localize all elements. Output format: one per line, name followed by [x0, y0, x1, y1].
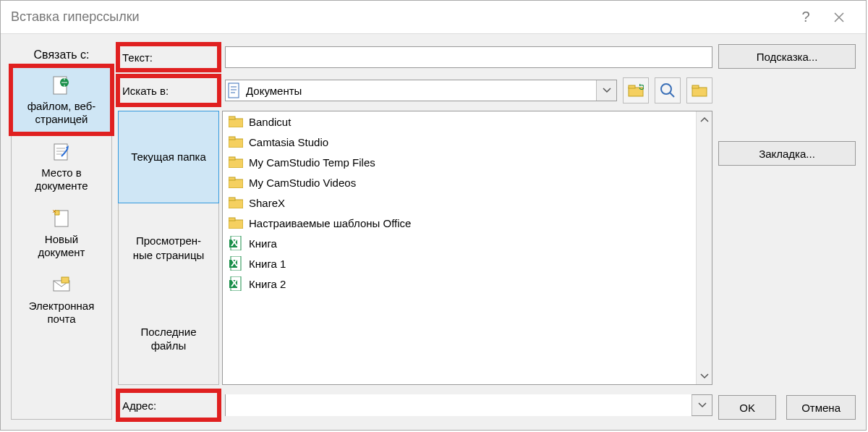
address-dropdown[interactable]	[692, 395, 712, 415]
linkto-file-label2: страницей	[35, 113, 88, 126]
lookin-value: Документы	[243, 85, 596, 97]
address-label-text: Адрес:	[122, 399, 156, 412]
svg-text:X: X	[231, 276, 238, 289]
address-combo[interactable]	[225, 394, 712, 416]
linkto-new-doc[interactable]: Новый документ	[12, 200, 111, 266]
main-panel: Текст: Искать в: Документы	[118, 44, 712, 420]
ok-button[interactable]: OK	[718, 395, 776, 420]
svg-rect-20	[229, 179, 243, 188]
linkto-email-label2: почта	[48, 313, 76, 326]
linkto-email[interactable]: Электронная почта	[12, 266, 111, 333]
linkto-file-label1: файлом, веб-	[27, 100, 96, 113]
file-name: My CamStudio Temp Files	[249, 156, 375, 169]
tab-browsed-pages[interactable]: Просмотрен- ные страницы	[119, 203, 218, 294]
help-button[interactable]: ?	[789, 1, 822, 34]
file-name: Книга 2	[249, 278, 286, 290]
svg-rect-21	[229, 177, 235, 180]
file-item[interactable]: ShareX	[223, 192, 696, 213]
file-item[interactable]: XКнига	[223, 233, 696, 253]
scroll-up[interactable]	[697, 111, 712, 127]
right-panel: Подсказка... Закладка... OK Отмена	[718, 44, 856, 420]
svg-rect-23	[229, 198, 235, 200]
file-item[interactable]: Настраиваемые шаблоны Office	[223, 213, 696, 233]
chevron-down-icon	[698, 402, 707, 408]
excel-icon: X	[229, 236, 243, 250]
scrollbar[interactable]	[696, 111, 712, 384]
cancel-button[interactable]: Отмена	[786, 395, 856, 420]
svg-rect-12	[692, 88, 707, 96]
excel-icon: X	[229, 276, 243, 291]
file-item[interactable]: My CamStudio Temp Files	[223, 152, 696, 172]
svg-rect-18	[229, 159, 243, 168]
close-icon	[834, 12, 844, 22]
folder-icon	[229, 135, 243, 149]
address-input[interactable]	[226, 394, 692, 416]
linkto-place-label2: документе	[35, 179, 88, 192]
browse-file-button[interactable]	[686, 77, 712, 103]
text-input[interactable]	[225, 46, 712, 68]
file-item[interactable]: My CamStudio Videos	[223, 172, 696, 192]
linkto-new-label1: Новый	[45, 233, 78, 246]
document-icon	[226, 82, 243, 98]
file-name: My CamStudio Videos	[249, 177, 356, 189]
close-button[interactable]	[822, 1, 856, 34]
svg-rect-13	[692, 85, 699, 88]
dialog-title: Вставка гиперссылки	[11, 9, 789, 25]
linkto-panel: Связать с: файлом, веб- страницей Место …	[11, 44, 112, 420]
svg-rect-14	[229, 119, 243, 127]
address-label: Адрес:	[118, 391, 219, 420]
linkto-place-label1: Место в	[41, 166, 82, 179]
email-icon	[50, 274, 73, 297]
file-list[interactable]: BandicutCamtasia StudioMy CamStudio Temp…	[223, 111, 696, 384]
hint-button[interactable]: Подсказка...	[718, 44, 856, 69]
file-item[interactable]: XКнига 2	[223, 274, 696, 294]
browse-web-button[interactable]	[655, 77, 681, 103]
dialog-body: Связать с: файлом, веб- страницей Место …	[1, 34, 866, 430]
lookin-dropdown[interactable]	[596, 80, 616, 101]
svg-rect-6	[61, 277, 69, 283]
scroll-down[interactable]	[697, 368, 712, 384]
chevron-up-icon	[700, 117, 709, 122]
excel-icon: X	[229, 256, 243, 271]
svg-rect-25	[229, 218, 235, 221]
file-name: Bandicut	[249, 116, 291, 128]
titlebar: Вставка гиперссылки ?	[1, 1, 866, 34]
hyperlink-dialog: Вставка гиперссылки ? Связать с: файлом,…	[0, 0, 867, 431]
svg-text:X: X	[231, 236, 238, 248]
linkto-label: Связать с:	[34, 44, 90, 66]
linkto-options: файлом, веб- страницей Место в документе…	[11, 66, 112, 420]
folder-icon	[229, 195, 243, 210]
folder-icon	[229, 114, 243, 129]
svg-rect-15	[229, 117, 235, 119]
svg-rect-16	[229, 139, 243, 148]
chevron-down-icon	[603, 88, 611, 93]
web-search-icon	[660, 82, 676, 98]
folder-icon	[229, 155, 243, 169]
bookmark-button[interactable]: Закладка...	[718, 141, 856, 166]
linkto-email-label1: Электронная	[29, 300, 95, 313]
file-name: Настраиваемые шаблоны Office	[249, 217, 411, 229]
place-in-doc-icon	[50, 140, 73, 164]
svg-rect-22	[229, 200, 243, 208]
svg-rect-7	[229, 83, 239, 98]
lookin-label: Искать в:	[118, 76, 219, 105]
linkto-file-webpage[interactable]: файлом, веб- страницей	[11, 66, 112, 134]
up-folder-button[interactable]: 5	[623, 77, 649, 103]
scroll-track[interactable]	[697, 127, 712, 368]
svg-rect-9	[629, 85, 635, 88]
svg-text:5: 5	[639, 84, 644, 92]
tab-current-folder[interactable]: Текущая папка	[118, 111, 219, 203]
tab-recent-files[interactable]: Последние файлы	[119, 293, 218, 384]
file-item[interactable]: Camtasia Studio	[223, 132, 696, 152]
text-label-text: Текст:	[122, 51, 153, 64]
file-web-icon	[50, 74, 73, 97]
svg-rect-17	[229, 137, 235, 140]
new-doc-icon	[50, 207, 73, 230]
file-listbox: BandicutCamtasia StudioMy CamStudio Temp…	[222, 111, 712, 385]
file-item[interactable]: XКнига 1	[223, 253, 696, 274]
svg-point-11	[661, 84, 671, 94]
lookin-combo[interactable]: Документы	[225, 80, 617, 101]
file-item[interactable]: Bandicut	[223, 111, 696, 132]
linkto-place-in-doc[interactable]: Место в документе	[12, 133, 111, 200]
folder-open-icon	[692, 84, 707, 97]
